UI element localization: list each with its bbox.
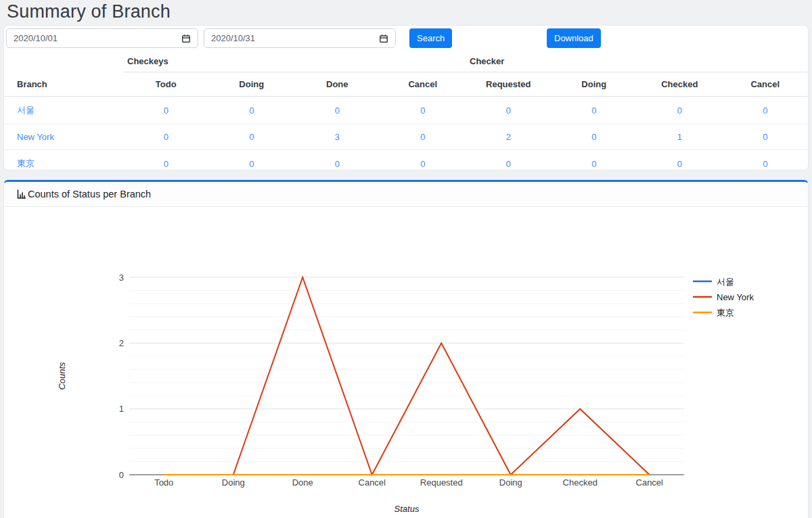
series-line (164, 277, 650, 475)
x-axis-title: Status (394, 504, 420, 514)
count-link[interactable]: 0 (420, 105, 425, 116)
column-header-doing2: Doing (551, 72, 637, 97)
calendar-icon[interactable] (181, 34, 191, 43)
bar-chart-icon (16, 189, 27, 199)
page-title: Summary of Branch (0, 0, 812, 22)
end-date-input[interactable]: 2020/10/31 (204, 28, 396, 48)
count-link[interactable]: 0 (335, 159, 340, 169)
chart-card-header: Counts of Status per Branch (4, 182, 808, 207)
count-link[interactable]: 0 (506, 105, 511, 116)
y-tick-label: 3 (119, 273, 124, 283)
table-row: New York 0 0 3 0 2 0 1 0 (4, 124, 808, 150)
y-tick-label: 1 (119, 404, 124, 414)
column-header-doing: Doing (209, 72, 295, 97)
count-link[interactable]: 0 (677, 159, 682, 169)
y-axis-title: Counts (57, 362, 67, 390)
count-link[interactable]: 0 (420, 132, 425, 142)
count-link[interactable]: 0 (591, 159, 596, 169)
search-button[interactable]: Search (409, 28, 452, 48)
x-category-label: Doing (222, 477, 245, 488)
count-link[interactable]: 0 (249, 105, 254, 116)
column-header-cancel: Cancel (380, 72, 466, 97)
x-category-label: Todo (154, 477, 173, 488)
start-date-value: 2020/10/01 (14, 33, 58, 43)
summary-card: 2020/10/01 2020/10/31 Search Download Br… (3, 25, 809, 170)
column-header-done: Done (294, 72, 380, 97)
count-link[interactable]: 0 (164, 132, 168, 142)
x-category-label: Doing (499, 477, 522, 488)
x-category-label: Requested (420, 477, 463, 488)
count-link[interactable]: 0 (677, 105, 682, 116)
column-header-todo: Todo (123, 72, 209, 97)
legend-label: 東京 (717, 308, 734, 318)
start-date-input[interactable]: 2020/10/01 (6, 28, 198, 48)
x-category-label: Done (292, 477, 313, 488)
x-category-label: Checked (563, 477, 597, 488)
legend-label: 서울 (717, 277, 734, 287)
status-line-chart: 0123TodoDoingDoneCancelRequestedDoingChe… (4, 207, 809, 518)
column-header-row: Todo Doing Done Cancel Requested Doing C… (4, 72, 808, 97)
chart-body: 0123TodoDoingDoneCancelRequestedDoingChe… (4, 207, 808, 518)
branch-link[interactable]: 서울 (17, 105, 35, 115)
count-link[interactable]: 0 (763, 132, 767, 142)
branch-link[interactable]: 東京 (17, 158, 35, 168)
count-link[interactable]: 2 (506, 132, 511, 142)
count-link[interactable]: 0 (420, 159, 425, 169)
column-header-checked: Checked (637, 72, 723, 97)
x-category-label: Cancel (636, 477, 664, 488)
count-link[interactable]: 0 (249, 132, 254, 142)
legend-label: New York (717, 292, 754, 302)
count-link[interactable]: 0 (335, 105, 340, 116)
count-link[interactable]: 0 (591, 132, 596, 142)
branch-column-header: Branch (4, 51, 123, 97)
y-tick-label: 2 (119, 338, 124, 348)
table-row: 서울 0 0 0 0 0 0 0 0 (4, 97, 808, 124)
checkeys-group-header: Checkeys (123, 51, 466, 72)
count-link[interactable]: 0 (763, 105, 767, 116)
branch-summary-table: Branch Checkeys Checker Todo Doing Done … (4, 51, 808, 170)
count-link[interactable]: 3 (335, 132, 340, 142)
branch-link[interactable]: New York (17, 132, 54, 142)
count-link[interactable]: 0 (164, 105, 168, 116)
chart-title: Counts of Status per Branch (28, 189, 151, 199)
y-tick-label: 0 (119, 470, 124, 480)
column-header-cancel2: Cancel (723, 72, 809, 97)
download-button[interactable]: Download (547, 28, 601, 48)
count-link[interactable]: 0 (164, 159, 168, 169)
calendar-icon[interactable] (379, 34, 388, 43)
checker-group-header: Checker (466, 51, 808, 72)
column-header-requested: Requested (466, 72, 551, 97)
count-link[interactable]: 1 (677, 132, 682, 142)
count-link[interactable]: 0 (591, 105, 596, 116)
chart-card: Counts of Status per Branch 0123TodoDoin… (3, 180, 809, 518)
end-date-value: 2020/10/31 (211, 33, 255, 43)
table-row: 東京 0 0 0 0 0 0 0 0 (4, 150, 808, 171)
count-link[interactable]: 0 (249, 159, 254, 169)
group-header-row: Branch Checkeys Checker (4, 51, 808, 72)
x-category-label: Cancel (359, 477, 386, 488)
count-link[interactable]: 0 (763, 159, 767, 169)
count-link[interactable]: 0 (506, 159, 511, 169)
